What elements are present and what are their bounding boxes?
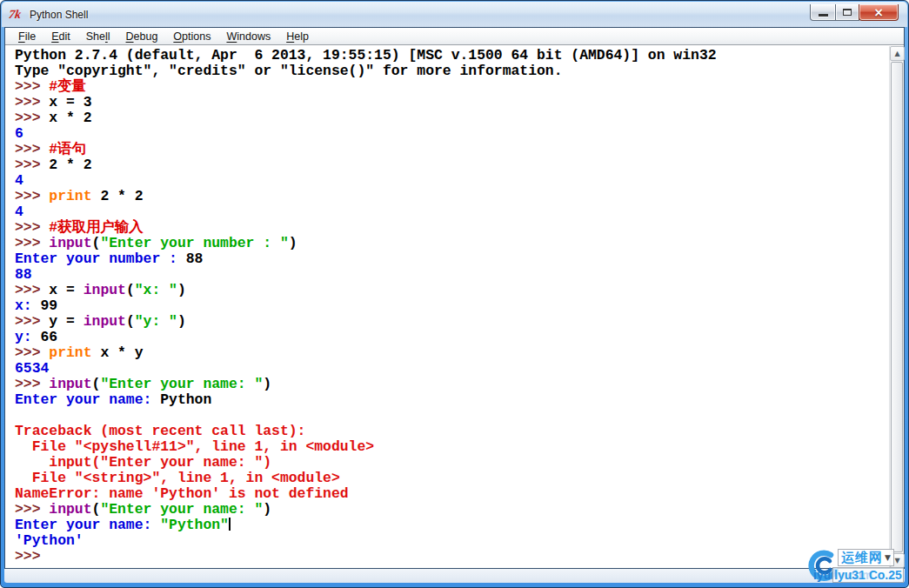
- shell-segment-stdout: x:: [15, 297, 41, 314]
- menu-item-file[interactable]: File: [11, 29, 43, 44]
- window-controls: ×: [811, 4, 899, 21]
- shell-segment-plain: x * 2: [49, 110, 91, 126]
- close-button[interactable]: ×: [859, 4, 899, 21]
- shell-segment-prompt: >>>: [15, 501, 49, 518]
- shell-segment-prompt: >>>: [15, 282, 49, 298]
- shell-segment-builtin: input: [49, 235, 91, 251]
- shell-line: >>> input("Enter your name: "): [15, 502, 889, 518]
- shell-segment-string: "Python": [160, 517, 229, 533]
- shell-segment-prompt: >>>: [15, 141, 49, 157]
- shell-line: 6534: [15, 361, 889, 377]
- shell-segment-prompt: >>>: [15, 94, 49, 110]
- shell-segment-plain: ): [177, 313, 186, 330]
- shell-segment-plain: 2 * 2: [92, 188, 144, 204]
- python-shell-window: 7k Python Shell × FileEditShellDebugOpti…: [0, 0, 909, 588]
- shell-line: >>> x = input("x: "): [15, 283, 889, 298]
- shell-line: Enter your name: Python: [15, 392, 889, 408]
- shell-segment-plain: y =: [49, 313, 83, 330]
- menu-item-options[interactable]: Options: [166, 29, 217, 44]
- shell-segment-stdout: 6: [15, 125, 23, 142]
- shell-segment-stdout: 88: [15, 266, 32, 283]
- menu-bar: FileEditShellDebugOptionsWindowsHelp: [5, 28, 904, 45]
- shell-segment-comment: #语句: [49, 141, 86, 157]
- shell-line: 88: [15, 267, 889, 283]
- shell-segment-builtin: input: [84, 313, 126, 330]
- shell-line: >>> #语句: [15, 142, 889, 157]
- shell-line: 'Python': [15, 533, 889, 549]
- shell-segment-prompt: >>>: [15, 548, 41, 565]
- scrollbar-thumb[interactable]: [891, 62, 903, 552]
- shell-segment-prompt: >>>: [15, 78, 49, 95]
- shell-segment-stderr: input("Enter your name: "): [15, 454, 271, 471]
- shell-segment-plain: (: [126, 313, 135, 330]
- shell-line: 4: [15, 204, 889, 220]
- shell-segment-plain: Python 2.7.4 (default, Apr 6 2013, 19:55…: [15, 47, 717, 63]
- shell-line: 6: [15, 126, 889, 142]
- menu-item-help[interactable]: Help: [279, 29, 316, 44]
- shell-line: >>> #变量: [15, 79, 889, 95]
- shell-line: Type "copyright", "credits" or "license(…: [15, 63, 889, 79]
- shell-segment-stdout: Enter your name:: [15, 391, 160, 408]
- menu-item-shell[interactable]: Shell: [79, 29, 117, 44]
- shell-segment-stderr: Traceback (most recent call last):: [15, 423, 305, 439]
- shell-segment-plain: 88: [186, 251, 204, 267]
- shell-segment-plain: 2 * 2: [49, 157, 91, 173]
- menu-item-windows[interactable]: Windows: [219, 29, 277, 44]
- shell-segment-plain: Python: [160, 391, 211, 408]
- title-bar[interactable]: 7k Python Shell ×: [2, 2, 907, 27]
- shell-line: 4: [15, 173, 889, 189]
- shell-segment-prompt: >>>: [15, 344, 49, 361]
- shell-segment-plain: ): [263, 501, 271, 518]
- shell-segment-plain: 99: [41, 297, 58, 314]
- shell-segment-plain: x =: [49, 282, 83, 298]
- shell-segment-prompt: >>>: [15, 110, 49, 126]
- shell-line: Enter your name: "Python": [15, 518, 889, 533]
- shell-line: >>> print 2 * 2: [15, 189, 889, 204]
- window-bottom-frame: [4, 569, 905, 583]
- vertical-scrollbar[interactable]: ▲ ▼: [889, 46, 904, 568]
- shell-segment-prompt: >>>: [15, 235, 49, 251]
- minimize-icon: [819, 14, 828, 17]
- menu-item-debug[interactable]: Debug: [119, 29, 165, 44]
- shell-segment-plain: (: [92, 235, 101, 251]
- shell-line: Traceback (most recent call last):: [15, 424, 889, 439]
- shell-line: NameError: name 'Python' is not defined: [15, 486, 889, 502]
- shell-line: >>> x * 2: [15, 110, 889, 126]
- shell-text[interactable]: Python 2.7.4 (default, Apr 6 2013, 19:55…: [5, 46, 889, 568]
- shell-line: >>> #获取用户输入: [15, 220, 889, 236]
- tk-app-icon: 7k: [8, 8, 24, 22]
- menu-item-edit[interactable]: Edit: [44, 29, 77, 44]
- shell-segment-prompt: >>>: [15, 376, 49, 392]
- client-area: FileEditShellDebugOptionsWindowsHelp Pyt…: [4, 27, 905, 569]
- shell-line: >>> input("Enter your name: "): [15, 377, 889, 392]
- shell-segment-stderr: File "<string>", line 1, in <module>: [15, 470, 340, 486]
- shell-segment-plain: (: [92, 501, 101, 518]
- shell-segment-stdout: y:: [15, 329, 41, 345]
- shell-segment-string: "y: ": [135, 313, 177, 330]
- maximize-button[interactable]: [835, 4, 859, 21]
- shell-line: >>> input("Enter your number : "): [15, 236, 889, 251]
- minimize-button[interactable]: [810, 4, 836, 21]
- shell-segment-string: "x: ": [135, 282, 177, 298]
- shell-line: Enter your number : 88: [15, 251, 889, 267]
- down-arrow-icon: ▼: [885, 553, 891, 562]
- maximize-icon: [843, 9, 852, 16]
- watermark-site-name: 运维网: [841, 551, 883, 565]
- shell-segment-plain: ): [263, 376, 271, 392]
- shell-segment-stdout: 4: [15, 204, 23, 220]
- shell-line: File "<pyshell#11>", line 1, in <module>: [15, 439, 889, 455]
- close-icon: ×: [873, 6, 884, 18]
- shell-segment-prompt: >>>: [15, 313, 49, 330]
- shell-segment-plain: x * y: [92, 344, 144, 361]
- scroll-up-button[interactable]: ▲: [890, 46, 905, 61]
- shell-line: >>> print x * y: [15, 345, 889, 361]
- shell-segment-string: "Enter your name: ": [100, 376, 263, 392]
- shell-line: >>> x = 3: [15, 95, 889, 110]
- scroll-up-arrow-icon: ▲: [894, 50, 899, 57]
- shell-segment-prompt: >>>: [15, 219, 49, 236]
- shell-line: >>> y = input("y: "): [15, 314, 889, 330]
- shell-line: y: 66: [15, 330, 889, 345]
- shell-line: x: 99: [15, 298, 889, 314]
- shell-segment-stdout: 4: [15, 172, 23, 189]
- shell-segment-stdout: 'Python': [15, 532, 84, 549]
